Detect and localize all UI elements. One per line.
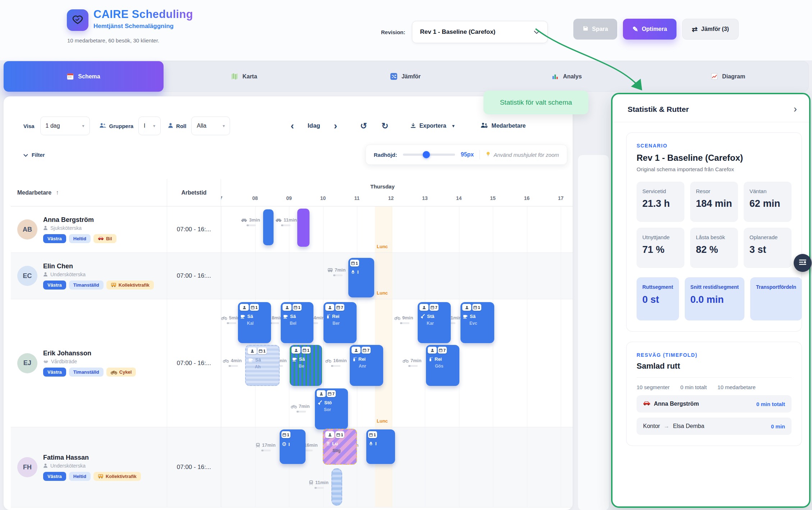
- gear-icon: ⚙: [282, 441, 286, 447]
- chevron-right-icon[interactable]: ›: [794, 104, 797, 114]
- calendar-icon: 7: [430, 304, 439, 311]
- compare-button[interactable]: ⇄ Jämför (3): [682, 19, 739, 40]
- lunch-label: Lunc: [377, 290, 388, 296]
- visit-block[interactable]: 7ReiGös: [426, 345, 459, 386]
- column-header-arbetstid[interactable]: Arbetstid: [167, 179, 221, 206]
- calendar-icon: 7: [327, 390, 336, 397]
- route-section-label: RESVÄG (TIMEFOLD): [637, 352, 792, 358]
- person-icon: [43, 463, 48, 468]
- stat-value: 3 st: [749, 244, 786, 256]
- toolbar: Visa 1 dag▾ Gruppera I▾ Roll Alla▾ ‹ Ida…: [23, 117, 573, 135]
- stat-label: Utnyttjande: [642, 234, 679, 240]
- undo-button[interactable]: ↺: [360, 122, 367, 130]
- tab-label: Diagram: [722, 73, 745, 80]
- optimize-button[interactable]: ✎ Optimera: [623, 19, 676, 40]
- scenario-label: SCENARIO: [637, 143, 792, 149]
- travel-label: 9min: [394, 315, 413, 324]
- tab-diagram[interactable]: Diagram: [647, 61, 809, 92]
- timeline-cell[interactable]: Lunc3min11min: [221, 206, 573, 252]
- visit-block[interactable]: 7StöSor: [315, 388, 348, 429]
- tab-jämför[interactable]: Jämför: [325, 61, 486, 92]
- timeline-cell[interactable]: Lunc7min1I: [221, 253, 573, 299]
- person-icon: [428, 347, 437, 354]
- travel-label: 7min: [291, 404, 309, 413]
- visit-block[interactable]: 1SäEvc: [460, 302, 494, 343]
- stat-label: Resor: [696, 188, 732, 194]
- gruppera-select[interactable]: I▾: [138, 117, 161, 135]
- badge-transport: Cykel: [106, 368, 136, 377]
- page-subtitle: Hemtjänst Schemaläggning: [93, 23, 193, 30]
- visit-subtitle: Anr: [350, 362, 383, 369]
- badge-employment: Heltid: [69, 472, 91, 481]
- visit-block[interactable]: 7ReiBer: [324, 302, 357, 343]
- filter-toggle[interactable]: Filter: [23, 152, 45, 158]
- stat-value: 62 min: [749, 198, 786, 210]
- prev-day-button[interactable]: ‹: [290, 121, 294, 131]
- save-icon: [583, 26, 588, 33]
- stat-card: Resor184 min: [690, 182, 738, 222]
- badge-transport: Kollektivtrafik: [93, 472, 141, 481]
- tab-karta[interactable]: Karta: [164, 61, 325, 92]
- route-employee-name: Anna Bergström: [654, 401, 699, 407]
- tab-schema[interactable]: Schema: [4, 61, 164, 92]
- list-settings-icon: [799, 259, 806, 267]
- travel-label: 11min: [275, 217, 297, 226]
- visit-block[interactable]: 1SäAh: [245, 345, 280, 386]
- visit-title: Rei: [358, 356, 366, 362]
- roll-select[interactable]: Alla▾: [191, 117, 230, 135]
- employee-name: Erik Johansson: [43, 350, 136, 357]
- today-button[interactable]: Idag: [308, 122, 320, 129]
- travel-label: 5min: [221, 315, 240, 324]
- stat-card-blue: Ruttsegment0 st: [637, 277, 679, 320]
- broom-icon: [420, 314, 425, 319]
- visit-block[interactable]: 1SäBel: [281, 302, 313, 343]
- employee-name: Fatima Hassan: [43, 454, 141, 461]
- column-header-medarbetare[interactable]: Medarbetare ↑: [11, 179, 167, 206]
- visa-select[interactable]: 1 dag▾: [40, 117, 90, 135]
- save-button[interactable]: Spara: [573, 19, 617, 40]
- next-day-button[interactable]: ›: [334, 121, 337, 131]
- stat-card: Väntan62 min: [744, 182, 792, 222]
- export-button[interactable]: Exportera ▾: [410, 122, 455, 130]
- coffee-icon: [240, 314, 246, 319]
- visit-block[interactable]: 1SäBe: [290, 345, 322, 386]
- tab-analys[interactable]: Analys: [486, 61, 648, 92]
- sort-arrow-icon: ↑: [56, 189, 59, 196]
- route-title: Samlad rutt: [637, 361, 792, 371]
- visit-block[interactable]: [331, 468, 342, 506]
- visit-block[interactable]: [297, 209, 309, 247]
- timeline-cell[interactable]: 17min16min8min11min1⚙I1LuStig1I: [221, 427, 573, 507]
- visit-block[interactable]: 1I: [348, 258, 374, 297]
- employee-row: ABAnna BergströmSjuksköterskaVästraHelti…: [11, 206, 573, 253]
- route-row[interactable]: Kontor → Elsa Demba 0 min: [637, 418, 792, 435]
- medarbetare-button[interactable]: Medarbetare: [480, 122, 526, 129]
- visit-block[interactable]: 1LuStig: [323, 429, 357, 465]
- revision-select[interactable]: Rev 1 - Baseline (Carefox): [412, 21, 548, 43]
- divider: [480, 150, 480, 159]
- stat-card: Låsta besök82 %: [690, 228, 738, 268]
- map-icon: [231, 73, 238, 80]
- redo-button[interactable]: ↻: [381, 122, 388, 130]
- visit-title: Stö: [324, 400, 332, 405]
- visit-block[interactable]: 7StäKar: [418, 302, 451, 343]
- calendar-icon: 1: [350, 260, 359, 267]
- bike-icon: [291, 404, 297, 409]
- visit-title: Rei: [435, 356, 442, 362]
- timeline-cell[interactable]: Lunc5min8min14min9min11min4min3min16min7…: [221, 299, 573, 427]
- shuffle-icon: [390, 73, 397, 80]
- row-height-slider[interactable]: [403, 154, 455, 156]
- stat-value: 0.0 min: [691, 294, 739, 306]
- slider-thumb[interactable]: [423, 151, 430, 158]
- visit-subtitle: Evc: [460, 319, 494, 326]
- employee-cell: ECElin ChenUndersköterskaVästraTimanstäl…: [11, 253, 167, 299]
- person-icon: [292, 347, 301, 354]
- route-row[interactable]: Anna Bergström 0 min totalt: [637, 395, 792, 413]
- hands-icon: [43, 359, 49, 364]
- route-settings-button[interactable]: [794, 254, 812, 272]
- visit-block[interactable]: 1SäKal: [238, 302, 271, 343]
- visit-block[interactable]: 1⚙I: [280, 429, 306, 464]
- visit-block[interactable]: [263, 209, 274, 245]
- person-icon: [283, 304, 292, 311]
- visit-block[interactable]: 7ReiAnr: [350, 345, 383, 386]
- visit-block[interactable]: 1I: [366, 429, 395, 464]
